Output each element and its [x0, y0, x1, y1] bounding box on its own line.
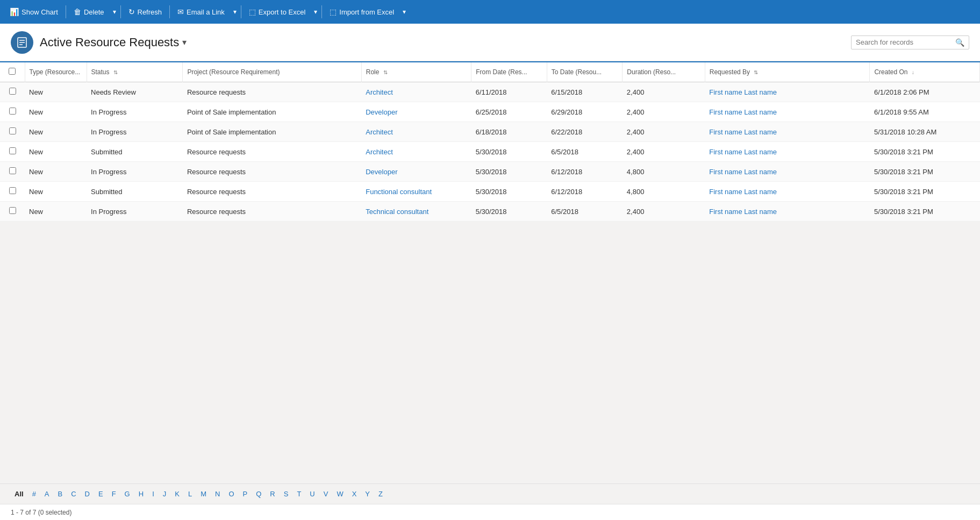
export-dropdown-button[interactable]: ▾: [312, 5, 319, 19]
page-title-dropdown-button[interactable]: ▾: [182, 37, 187, 47]
show-chart-button[interactable]: 📊 Show Chart: [4, 4, 63, 19]
col-header-requested-by[interactable]: Requested By ⇅: [705, 62, 870, 82]
row-checkbox-3[interactable]: [0, 142, 25, 162]
row-requested-by-6[interactable]: First name Last name: [705, 202, 870, 222]
status-bar: 1 - 7 of 7 (0 selected): [0, 504, 980, 520]
alpha-nav-t[interactable]: T: [293, 488, 305, 500]
email-link-button[interactable]: ✉ Email a Link: [172, 4, 230, 19]
alpha-nav-k[interactable]: K: [171, 488, 183, 500]
page-title: Active Resource Requests ▾: [40, 35, 187, 49]
email-dropdown-button[interactable]: ▾: [231, 5, 239, 19]
created-on-sort-icon: ↓: [912, 69, 914, 75]
col-header-duration[interactable]: Duration (Reso...: [623, 62, 705, 82]
alpha-nav-j[interactable]: J: [159, 488, 170, 500]
alpha-nav-all[interactable]: All: [11, 488, 27, 500]
row-project-6: Resource requests: [183, 202, 361, 222]
alpha-nav-v[interactable]: V: [320, 488, 332, 500]
col-header-project[interactable]: Project (Resource Requirement): [183, 62, 361, 82]
alpha-nav-x[interactable]: X: [348, 488, 361, 500]
table-body: New Needs Review Resource requests Archi…: [0, 82, 980, 222]
alpha-nav-p[interactable]: P: [239, 488, 252, 500]
row-role-3[interactable]: Architect: [361, 142, 471, 162]
alpha-nav-i[interactable]: I: [148, 488, 158, 500]
resource-requests-icon: [16, 37, 28, 48]
col-header-to-date[interactable]: To Date (Resou...: [547, 62, 623, 82]
row-checkbox-5[interactable]: [0, 182, 25, 202]
requested-by-sort-icon: ⇅: [754, 69, 758, 75]
row-checkbox-input-3[interactable]: [9, 147, 16, 154]
alpha-nav-a[interactable]: A: [41, 488, 53, 500]
row-checkbox-input-5[interactable]: [9, 187, 16, 194]
row-requested-by-1[interactable]: First name Last name: [705, 102, 870, 122]
row-checkbox-input-0[interactable]: [9, 88, 16, 95]
alpha-nav-z[interactable]: Z: [375, 488, 387, 500]
alpha-nav-g[interactable]: G: [121, 488, 134, 500]
row-status-1: In Progress: [87, 102, 183, 122]
row-checkbox-input-6[interactable]: [9, 207, 16, 214]
select-all-checkbox[interactable]: [0, 62, 25, 82]
row-checkbox-6[interactable]: [0, 202, 25, 222]
row-requested-by-3[interactable]: First name Last name: [705, 142, 870, 162]
delete-button[interactable]: 🗑 Delete: [68, 4, 110, 19]
alpha-nav-w[interactable]: W: [333, 488, 347, 500]
alpha-nav-o[interactable]: O: [225, 488, 238, 500]
row-requested-by-5[interactable]: First name Last name: [705, 182, 870, 202]
import-excel-button[interactable]: ⬚ Import from Excel: [324, 4, 399, 19]
alpha-nav-f[interactable]: F: [108, 488, 120, 500]
alpha-nav-u[interactable]: U: [306, 488, 318, 500]
row-checkbox-1[interactable]: [0, 102, 25, 122]
row-checkbox-2[interactable]: [0, 122, 25, 142]
row-checkbox-4[interactable]: [0, 162, 25, 182]
page-header: Active Resource Requests ▾ 🔍: [0, 24, 980, 61]
row-type-1: New: [25, 102, 87, 122]
alpha-nav-y[interactable]: Y: [361, 488, 374, 500]
row-checkbox-input-2[interactable]: [9, 127, 16, 134]
search-input[interactable]: [856, 38, 952, 46]
refresh-button[interactable]: ↻ Refresh: [123, 4, 168, 19]
search-box[interactable]: 🔍: [851, 35, 969, 49]
toolbar: 📊 Show Chart 🗑 Delete ▾ ↻ Refresh ✉ Emai…: [0, 0, 980, 24]
row-role-4[interactable]: Developer: [361, 162, 471, 182]
alpha-nav-b[interactable]: B: [54, 488, 67, 500]
row-status-2: In Progress: [87, 122, 183, 142]
alpha-nav-h[interactable]: H: [135, 488, 147, 500]
row-requested-by-2[interactable]: First name Last name: [705, 122, 870, 142]
alpha-nav-d[interactable]: D: [81, 488, 94, 500]
row-project-2: Point of Sale implementation: [183, 122, 361, 142]
row-checkbox-0[interactable]: [0, 82, 25, 102]
alpha-nav-#[interactable]: #: [28, 488, 40, 500]
alpha-nav-s[interactable]: S: [280, 488, 292, 500]
pagination-bar: All#ABCDEFGHIJKLMNOPQRSTUVWXYZ: [0, 483, 980, 504]
col-header-from-date[interactable]: From Date (Res...: [471, 62, 547, 82]
alpha-nav-n[interactable]: N: [211, 488, 224, 500]
row-requested-by-4[interactable]: First name Last name: [705, 162, 870, 182]
alpha-nav-e[interactable]: E: [95, 488, 107, 500]
row-checkbox-input-1[interactable]: [9, 108, 16, 115]
chart-icon: 📊: [10, 8, 19, 16]
col-header-role[interactable]: Role ⇅: [361, 62, 471, 82]
row-role-6[interactable]: Technical consultant: [361, 202, 471, 222]
col-header-type[interactable]: Type (Resource...: [25, 62, 87, 82]
row-project-5: Resource requests: [183, 182, 361, 202]
delete-dropdown-button[interactable]: ▾: [111, 5, 118, 19]
export-excel-button[interactable]: ⬚ Export to Excel: [244, 4, 311, 19]
col-header-created-on[interactable]: Created On ↓: [870, 62, 980, 82]
alpha-nav-c[interactable]: C: [67, 488, 80, 500]
row-role-1[interactable]: Developer: [361, 102, 471, 122]
select-all-checkbox-input[interactable]: [9, 68, 16, 75]
row-to-date-5: 6/12/2018: [547, 182, 623, 202]
alpha-nav-q[interactable]: Q: [252, 488, 265, 500]
alpha-nav-l[interactable]: L: [184, 488, 196, 500]
row-role-0[interactable]: Architect: [361, 82, 471, 102]
alpha-nav-m[interactable]: M: [197, 488, 210, 500]
row-duration-3: 2,400: [623, 142, 705, 162]
alpha-nav-r[interactable]: R: [266, 488, 278, 500]
import-dropdown-button[interactable]: ▾: [400, 5, 408, 19]
row-requested-by-0[interactable]: First name Last name: [705, 82, 870, 102]
row-role-5[interactable]: Functional consultant: [361, 182, 471, 202]
col-header-status[interactable]: Status ⇅: [87, 62, 183, 82]
row-checkbox-input-4[interactable]: [9, 167, 16, 174]
row-to-date-6: 6/5/2018: [547, 202, 623, 222]
row-role-2[interactable]: Architect: [361, 122, 471, 142]
row-type-0: New: [25, 82, 87, 102]
